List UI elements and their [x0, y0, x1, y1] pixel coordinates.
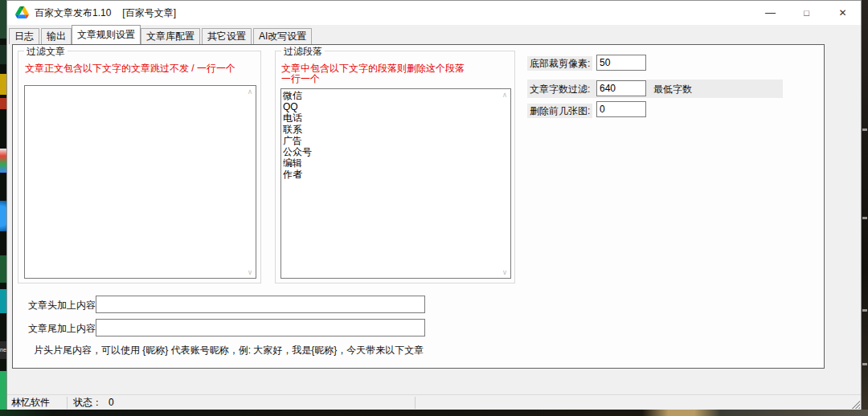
- desktop-icon-fragment: [0, 45, 6, 64]
- desktop-text-speck: [862, 128, 867, 131]
- status-bar: 林忆软件 状态： 0: [7, 394, 861, 410]
- status-value: 0: [108, 395, 114, 410]
- word-count-suffix-label: 最低字数: [653, 82, 692, 96]
- status-divider: [67, 397, 68, 409]
- tab-log[interactable]: 日志: [9, 28, 39, 44]
- desktop-icon-fragment: [0, 74, 6, 95]
- remove-images-input[interactable]: [596, 101, 646, 117]
- filter-article-textarea-frame: ∧ ∨: [24, 85, 256, 279]
- bottom-crop-input[interactable]: [596, 55, 646, 71]
- status-divider: [415, 397, 416, 409]
- article-head-input[interactable]: [96, 296, 425, 313]
- status-brand: 林忆软件: [11, 395, 50, 410]
- filter-paragraph-textarea-frame: 微信 QQ 电话 联系 广告 公众号 编辑 作者 ∧ ∨: [280, 88, 511, 279]
- article-head-label: 文章头加上内容:: [28, 297, 98, 313]
- desktop-icon-fragment: [0, 98, 6, 109]
- desktop-text-speck: [862, 363, 867, 365]
- filter-article-hint: 文章正文包含以下文字的文章跳过不发 / 一行一个: [25, 62, 235, 75]
- header-footer-hint: 片头片尾内容，可以使用 {昵称} 代表账号昵称，例: 大家好，我是{昵称}，今天…: [34, 344, 424, 357]
- desktop-icon-fragment: [0, 149, 6, 173]
- desktop-bottom-strip: [0, 410, 868, 416]
- desktop-icon-text-fragment: ne: [0, 341, 6, 359]
- window-subtitle: [百家号文章]: [122, 7, 176, 18]
- maximize-button[interactable]: □: [788, 1, 825, 25]
- article-tail-input[interactable]: [96, 319, 425, 336]
- filter-paragraph-textarea[interactable]: 微信 QQ 电话 联系 广告 公众号 编辑 作者: [281, 89, 510, 278]
- filter-paragraph-groupbox: 过滤段落 文章中包含以下文字的段落则删除这个段落 一行一个 微信 QQ 电话 联…: [275, 51, 515, 283]
- window-title: 百家文章发布1.10[百家号文章]: [35, 1, 176, 25]
- tab-page-article-rules: 过滤文章 文章正文包含以下文字的文章跳过不发 / 一行一个 ∧ ∨ 过滤段落 文…: [12, 44, 825, 369]
- desktop-icon-fragment: [0, 255, 6, 283]
- minimize-button[interactable]: —: [752, 1, 788, 25]
- scroll-up-icon[interactable]: ∧: [500, 90, 510, 100]
- tab-other-settings[interactable]: 其它设置: [202, 28, 252, 44]
- close-button[interactable]: ✕: [825, 1, 861, 25]
- bottom-crop-label: 底部裁剪像素:: [527, 56, 592, 71]
- desktop-left-strip: ne: [0, 0, 6, 416]
- remove-images-label: 删除前几张图:: [527, 104, 592, 118]
- status-label: 状态：: [73, 395, 102, 410]
- filter-paragraph-hint-line2: 一行一个: [281, 72, 320, 86]
- minimize-icon: —: [765, 6, 776, 18]
- tab-ai-rewrite[interactable]: AI改写设置: [253, 28, 312, 44]
- tab-output[interactable]: 输出: [41, 28, 72, 44]
- desktop: ne 百家文章发布1.10[百家号文章] — □ ✕: [0, 0, 868, 416]
- word-count-input[interactable]: [596, 80, 646, 96]
- desktop-text-speck: [862, 217, 867, 219]
- article-tail-label: 文章尾加上内容:: [28, 320, 98, 336]
- app-icon: [15, 6, 29, 18]
- scroll-down-icon[interactable]: ∨: [245, 267, 255, 277]
- desktop-icon-fragment: [0, 289, 6, 313]
- filter-article-groupbox: 过滤文章 文章正文包含以下文字的文章跳过不发 / 一行一个 ∧ ∨: [18, 51, 261, 283]
- app-title: 百家文章发布1.10: [35, 7, 111, 18]
- filter-article-title: 过滤文章: [24, 45, 68, 59]
- tab-article-library[interactable]: 文章库配置: [141, 28, 200, 44]
- desktop-icon-fragment: [0, 0, 6, 39]
- app-window: 百家文章发布1.10[百家号文章] — □ ✕ 日志 输出 文章规则设置 文章库…: [6, 0, 862, 410]
- maximize-icon: □: [804, 8, 809, 18]
- desktop-icon-fragment: [0, 201, 6, 231]
- tab-strip: 日志 输出 文章规则设置 文章库配置 其它设置 AI改写设置: [9, 25, 313, 44]
- desktop-right-strip: [862, 0, 868, 416]
- close-icon: ✕: [838, 7, 846, 18]
- tab-article-rules[interactable]: 文章规则设置: [72, 25, 141, 44]
- filter-paragraph-title: 过滤段落: [281, 45, 325, 59]
- titlebar[interactable]: 百家文章发布1.10[百家号文章] — □ ✕: [7, 1, 861, 25]
- word-count-label: 文章字数过滤:: [527, 82, 592, 96]
- scroll-up-icon[interactable]: ∧: [245, 87, 255, 96]
- desktop-text-speck: [862, 309, 867, 312]
- filter-article-textarea[interactable]: [25, 86, 256, 278]
- scroll-down-icon[interactable]: ∨: [500, 267, 510, 277]
- resize-grip[interactable]: [850, 398, 860, 409]
